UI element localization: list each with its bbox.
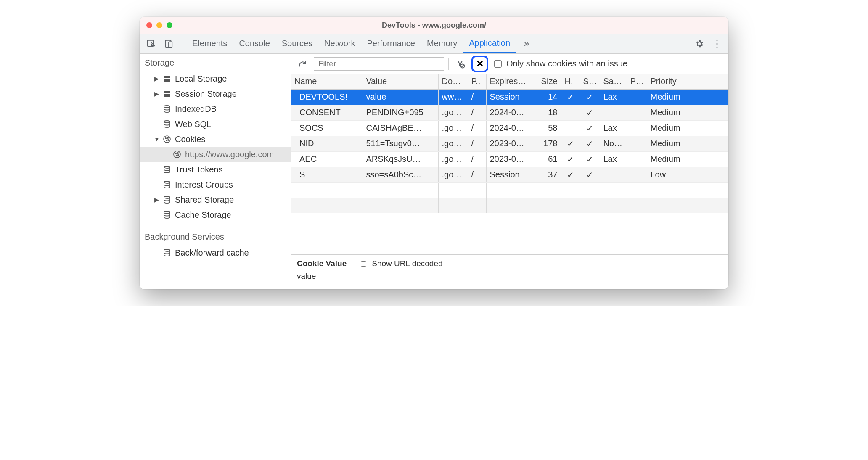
cell: ✓ [561,89,580,105]
cell: 18 [536,105,561,120]
cell: / [468,105,486,120]
refresh-icon[interactable] [295,57,310,71]
gear-icon[interactable] [692,37,707,51]
sidebar-item-label: Web SQL [175,119,211,129]
cell: Session [486,167,536,182]
table-row[interactable]: CONSENTPENDING+095.go…/2024-0…18✓Medium [291,105,728,120]
cell: NID [291,136,363,151]
minimize-window-button[interactable] [156,22,162,28]
col-2[interactable]: Do… [438,74,468,89]
sidebar-item-label: Back/forward cache [175,248,249,258]
cell: No… [600,136,627,151]
cell: / [468,120,486,136]
window-title: DevTools - www.google.com/ [140,21,728,30]
table-row[interactable]: AECARSKqsJsU….go…/2023-0…61✓✓LaxMedium [291,151,728,167]
cell: DEVTOOLS! [291,89,363,105]
cell [600,105,627,120]
cell: Medium [647,151,728,167]
sidebar-item-label: Local Storage [175,74,227,84]
sidebar: Storage ▶Local Storage▶Session StorageIn… [140,54,291,289]
cell: ✓ [561,151,580,167]
tab-application[interactable]: Application [463,34,516,53]
cell: CAISHAgBE… [363,120,438,136]
tab-memory[interactable]: Memory [421,34,463,53]
more-tabs-icon[interactable]: » [519,37,534,51]
sidebar-item-indexeddb[interactable]: IndexedDB [140,101,291,116]
sidebar-item-shared-storage[interactable]: ▶Shared Storage [140,192,291,207]
only-issues-checkbox-input[interactable] [494,60,502,68]
svg-point-21 [175,153,176,154]
show-url-decoded-input[interactable] [361,261,366,267]
cell: .go… [438,120,468,136]
sidebar-item-back-forward-cache[interactable]: Back/forward cache [140,245,291,260]
expander-icon: ▶ [154,90,159,97]
cell: 61 [536,151,561,167]
sidebar-item-web-sql[interactable]: Web SQL [140,116,291,132]
table-row[interactable]: DEVTOOLS!valueww…/Session14✓✓LaxMedium [291,89,728,105]
main-panel: ✕ Only show cookies with an issue NameVa… [291,54,728,289]
db-icon [162,210,172,219]
tab-performance[interactable]: Performance [361,34,421,53]
col-9[interactable]: P… [627,74,647,89]
svg-rect-2 [169,42,172,47]
col-10[interactable]: Priority [647,74,728,89]
sidebar-item-session-storage[interactable]: ▶Session Storage [140,86,291,101]
devtools-tabbar: ElementsConsoleSourcesNetworkPerformance… [140,34,728,54]
sidebar-item-local-storage[interactable]: ▶Local Storage [140,71,291,86]
filter-input[interactable] [314,57,444,71]
content-area: Storage ▶Local Storage▶Session StorageIn… [140,54,728,289]
inspect-element-icon[interactable] [144,37,158,51]
cell: Lax [600,151,627,167]
tab-elements[interactable]: Elements [186,34,233,53]
sidebar-item-interest-groups[interactable]: Interest Groups [140,177,291,192]
sidebar-section-bgservices: Background Services [140,228,291,245]
show-url-decoded-label: Show URL decoded [372,259,442,268]
col-6[interactable]: H. [561,74,580,89]
svg-point-19 [168,140,169,140]
expander-icon: ▶ [154,196,159,203]
tab-console[interactable]: Console [233,34,275,53]
close-window-button[interactable] [146,22,152,28]
cell [627,120,647,136]
sidebar-item-https-www-google-com[interactable]: https://www.google.com [140,147,291,162]
clear-all-cookies-button[interactable]: ✕ [471,56,488,72]
tab-network[interactable]: Network [318,34,361,53]
zoom-window-button[interactable] [167,22,172,28]
table-row[interactable]: NID511=Tsugv0….go…/2023-0…178✓✓No…Medium [291,136,728,151]
clear-filter-icon[interactable] [453,57,467,71]
only-issues-checkbox[interactable]: Only show cookies with an issue [492,59,627,69]
db-icon [162,165,172,174]
window-controls [140,22,172,28]
cookie-icon [172,150,182,159]
device-toolbar-icon[interactable] [161,37,176,51]
col-4[interactable]: Expires… [486,74,536,89]
cookies-table-wrap: NameValueDo…P..Expires…SizeH.S…Sa…P…Prio… [291,74,728,255]
col-0[interactable]: Name [291,74,363,89]
cell [561,105,580,120]
table-row[interactable]: Ssso=sA0bSc….go…/Session37✓✓Low [291,167,728,182]
cell: ✓ [580,105,600,120]
cell: Medium [647,105,728,120]
svg-rect-7 [164,91,167,93]
sidebar-item-trust-tokens[interactable]: Trust Tokens [140,162,291,177]
col-1[interactable]: Value [363,74,438,89]
cell: Medium [647,89,728,105]
cell: Lax [600,120,627,136]
sidebar-item-cache-storage[interactable]: Cache Storage [140,207,291,222]
col-3[interactable]: P.. [468,74,486,89]
cell: AEC [291,151,363,167]
sidebar-item-cookies[interactable]: ▼Cookies [140,132,291,147]
table-row[interactable]: SOCSCAISHAgBE….go…/2024-0…58✓LaxMedium [291,120,728,136]
cell [627,105,647,120]
show-url-decoded-checkbox[interactable]: Show URL decoded [359,259,442,268]
col-5[interactable]: Size [536,74,561,89]
tab-sources[interactable]: Sources [276,34,318,53]
svg-point-20 [174,151,180,158]
col-8[interactable]: Sa… [600,74,627,89]
cell: / [468,151,486,167]
svg-rect-8 [167,91,170,93]
kebab-menu-icon[interactable]: ⋮ [710,37,724,51]
col-7[interactable]: S… [580,74,600,89]
cell: Medium [647,136,728,151]
cell: / [468,136,486,151]
